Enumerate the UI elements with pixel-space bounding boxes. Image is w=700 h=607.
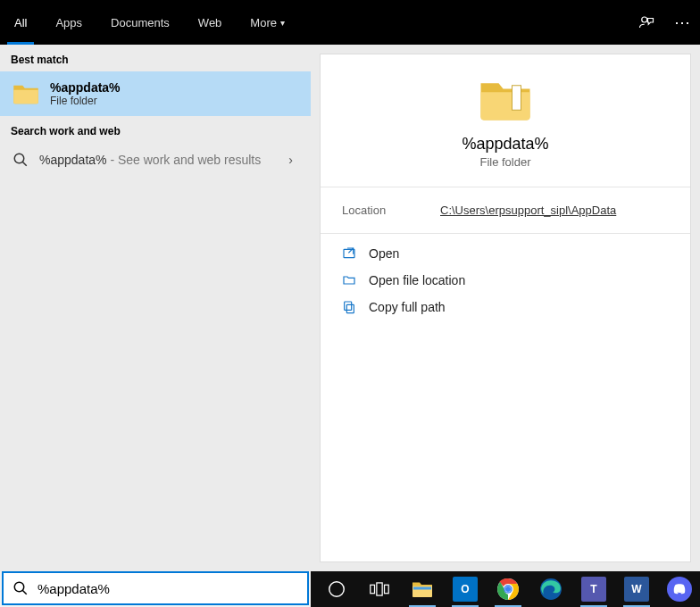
taskbar-chrome[interactable] xyxy=(488,571,529,607)
word-icon: W xyxy=(624,577,649,602)
preview-title: %appdata% xyxy=(462,135,548,154)
taskbar-file-explorer[interactable] xyxy=(402,571,443,607)
svg-point-0 xyxy=(642,17,647,22)
search-filter-tabbar: All Apps Documents Web More ▾ ⋯ xyxy=(0,0,700,45)
action-open-location-label: Open file location xyxy=(369,273,465,287)
location-row: Location C:\Users\erpsupport_sipl\AppDat… xyxy=(321,187,690,234)
location-label: Location xyxy=(342,204,440,217)
action-open-file-location[interactable]: Open file location xyxy=(342,273,669,287)
svg-rect-11 xyxy=(413,587,431,590)
action-open-label: Open xyxy=(369,246,399,261)
svg-point-6 xyxy=(14,582,24,592)
svg-point-15 xyxy=(505,586,511,592)
chevron-down-icon: ▾ xyxy=(280,18,285,28)
file-explorer-icon xyxy=(412,580,433,598)
svg-point-1 xyxy=(14,154,24,163)
chevron-right-icon: › xyxy=(288,153,298,167)
action-copy-full-path[interactable]: Copy full path xyxy=(342,300,669,314)
tab-apps[interactable]: Apps xyxy=(41,0,96,45)
location-value[interactable]: C:\Users\erpsupport_sipl\AppData xyxy=(440,204,616,217)
teams-icon: T xyxy=(581,577,606,602)
best-match-title: %appdata% xyxy=(50,80,121,95)
tab-web[interactable]: Web xyxy=(184,0,237,45)
web-result-term: %appdata% xyxy=(39,153,107,167)
folder-icon xyxy=(12,83,39,104)
chrome-icon xyxy=(496,578,520,601)
tab-more[interactable]: More ▾ xyxy=(236,0,299,45)
outlook-icon: O xyxy=(453,577,478,602)
svg-rect-10 xyxy=(385,585,389,593)
action-copy-path-label: Copy full path xyxy=(369,300,446,314)
svg-point-7 xyxy=(329,582,345,597)
tab-more-label: More xyxy=(250,16,277,29)
action-open[interactable]: Open xyxy=(342,246,669,261)
search-icon xyxy=(12,152,29,168)
copy-icon xyxy=(342,300,356,314)
taskbar-outlook[interactable]: O xyxy=(445,571,486,607)
preview-pane: %appdata% File folder Location C:\Users\… xyxy=(311,45,700,571)
tab-documents[interactable]: Documents xyxy=(96,0,184,45)
web-result-suffix: - See work and web results xyxy=(107,153,262,167)
taskbar-taskview[interactable] xyxy=(359,571,400,607)
results-list: Best match %appdata% File folder Search … xyxy=(0,45,311,571)
svg-rect-4 xyxy=(346,304,354,312)
preview-subtitle: File folder xyxy=(479,155,530,169)
cortana-icon xyxy=(327,579,346,599)
taskbar-cortana[interactable] xyxy=(316,571,357,607)
tab-all[interactable]: All xyxy=(0,0,41,45)
taskbar-teams[interactable]: T xyxy=(573,571,614,607)
options-icon[interactable]: ⋯ xyxy=(664,4,700,40)
svg-rect-9 xyxy=(377,583,382,595)
folder-open-icon xyxy=(342,273,356,287)
taskbar: O T W xyxy=(311,571,700,607)
best-match-item[interactable]: %appdata% File folder xyxy=(0,71,311,116)
taskbar-edge[interactable] xyxy=(530,571,571,607)
feedback-icon[interactable] xyxy=(629,4,664,40)
svg-rect-2 xyxy=(512,86,521,111)
web-result-item[interactable]: %appdata% - See work and web results › xyxy=(0,143,311,177)
best-match-subtitle: File folder xyxy=(50,95,121,107)
folder-icon xyxy=(479,78,532,122)
edge-icon xyxy=(539,578,562,601)
open-icon xyxy=(342,246,356,261)
section-work-and-web: Search work and web xyxy=(0,116,311,143)
search-box[interactable] xyxy=(2,571,309,605)
taskview-icon xyxy=(370,581,389,597)
search-icon xyxy=(12,580,29,596)
search-input[interactable] xyxy=(38,581,298,596)
section-best-match: Best match xyxy=(0,45,311,71)
taskbar-discord[interactable] xyxy=(659,571,700,607)
taskbar-word[interactable]: W xyxy=(616,571,657,607)
svg-rect-5 xyxy=(345,302,352,310)
discord-icon xyxy=(667,577,692,602)
svg-rect-8 xyxy=(371,585,375,593)
